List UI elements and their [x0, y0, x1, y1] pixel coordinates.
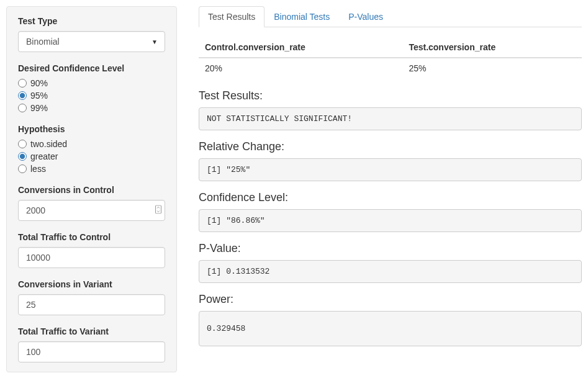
conversions-control-label: Conversions in Control	[18, 185, 165, 195]
confidence-90-radio[interactable]	[18, 79, 27, 88]
confidence-level-label: Desired Confidence Level	[18, 63, 165, 73]
hypothesis-greater-radio[interactable]	[18, 152, 27, 161]
table-header-row: Control.conversion_rate Test.conversion_…	[199, 38, 582, 58]
output-confidence-level: [1] "86.86%"	[199, 209, 582, 232]
hypothesis-less-radio[interactable]	[18, 164, 27, 173]
test-type-label: Test Type	[18, 16, 165, 26]
traffic-control-input[interactable]	[18, 247, 165, 268]
output-relative-change: [1] "25%"	[199, 158, 582, 181]
conversion-rate-table: Control.conversion_rate Test.conversion_…	[199, 38, 582, 78]
col-test-rate: Test.conversion_rate	[402, 38, 582, 58]
table-row: 20% 25%	[199, 58, 582, 78]
tab-test-results[interactable]: Test Results	[199, 6, 265, 27]
tab-bar: Test Results Binomial Tests P-Values	[199, 6, 582, 27]
heading-relative-change: Relative Change:	[199, 140, 582, 153]
heading-confidence-level: Confidence Level:	[199, 191, 582, 204]
confidence-95-label[interactable]: 95%	[30, 91, 48, 101]
hypothesis-less-label[interactable]: less	[30, 164, 46, 174]
hypothesis-twosided-label[interactable]: two.sided	[30, 139, 67, 149]
main-panel: Test Results Binomial Tests P-Values Con…	[177, 6, 582, 372]
heading-test-results: Test Results:	[199, 89, 582, 102]
traffic-variant-input[interactable]	[18, 341, 165, 362]
conversions-control-input[interactable]	[18, 200, 165, 221]
traffic-variant-label: Total Traffic to Variant	[18, 326, 165, 336]
hypothesis-twosided-radio[interactable]	[18, 140, 27, 148]
conversions-variant-label: Conversions in Variant	[18, 279, 165, 289]
sidebar: Test Type Binomial ▼ Desired Confidence …	[6, 6, 177, 372]
output-test-results: NOT STATISTICALLY SIGNIFICANT!	[199, 107, 582, 130]
confidence-99-label[interactable]: 99%	[30, 103, 48, 113]
heading-p-value: P-Value:	[199, 242, 582, 255]
cell-control-rate: 20%	[199, 58, 402, 78]
output-p-value: [1] 0.1313532	[199, 260, 582, 283]
output-power: 0.329458	[199, 311, 582, 346]
hypothesis-label: Hypothesis	[18, 124, 165, 134]
confidence-95-radio[interactable]	[18, 91, 27, 100]
tab-binomial-tests[interactable]: Binomial Tests	[265, 6, 339, 27]
conversions-variant-input[interactable]	[18, 294, 165, 315]
confidence-90-label[interactable]: 90%	[30, 78, 48, 88]
heading-power: Power:	[199, 293, 582, 306]
traffic-control-label: Total Traffic to Control	[18, 232, 165, 242]
confidence-99-radio[interactable]	[18, 104, 27, 112]
test-type-select[interactable]: Binomial	[18, 31, 165, 52]
col-control-rate: Control.conversion_rate	[199, 38, 402, 58]
cell-test-rate: 25%	[402, 58, 582, 78]
tab-p-values[interactable]: P-Values	[339, 6, 392, 27]
hypothesis-greater-label[interactable]: greater	[30, 151, 58, 161]
